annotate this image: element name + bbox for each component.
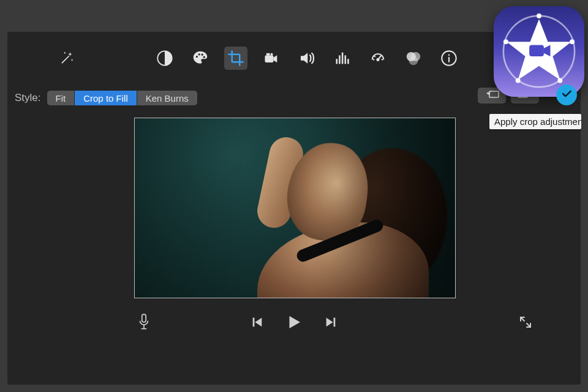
volume-icon [298,49,316,67]
svg-point-4 [203,56,205,58]
svg-point-20 [409,56,418,65]
svg-rect-26 [142,314,146,322]
svg-point-23 [448,54,450,56]
rotate-ccw-icon [483,89,500,102]
style-label: Style: [15,92,41,104]
noise-equalizer-button[interactable] [331,47,354,70]
svg-rect-10 [342,53,344,64]
crop-style-segmented-control: Fit Crop to Fill Ken Burns [47,91,197,105]
crop-icon [227,49,245,67]
stabilization-button[interactable] [260,47,283,70]
info-button[interactable] [437,47,461,70]
svg-point-36 [557,78,562,83]
svg-rect-12 [347,59,349,64]
svg-point-37 [516,78,521,83]
crop-style-crop-to-fill[interactable]: Crop to Fill [75,91,137,105]
checkmark-icon [560,88,573,102]
svg-rect-29 [253,318,255,327]
next-frame-icon [324,315,337,331]
svg-rect-9 [339,55,341,64]
apply-crop-button[interactable] [556,85,577,105]
auto-enhance-wand-icon [59,50,75,66]
expand-icon [518,315,533,332]
previous-frame-icon [251,315,264,331]
star-camera-icon [499,11,579,92]
svg-rect-7 [271,53,273,56]
svg-point-38 [503,39,508,44]
fullscreen-button[interactable] [518,315,533,332]
svg-point-34 [537,13,541,18]
overlap-circles-icon [404,49,423,67]
svg-rect-30 [334,318,336,327]
imovie-app-icon [494,6,584,97]
camera-icon [263,50,280,67]
inspector-panel: Style: Fit Crop to Fill Ken Burns [7,32,581,385]
auto-enhance-button[interactable] [55,47,78,70]
svg-rect-5 [265,55,274,62]
speed-button[interactable] [366,47,390,70]
color-balance-button[interactable] [153,47,176,70]
color-balance-icon [156,50,173,67]
viewer-preview[interactable] [134,118,456,298]
next-frame-button[interactable] [324,315,337,331]
microphone-icon [136,313,152,334]
volume-button[interactable] [295,47,318,70]
transport-bar [7,309,581,338]
crop-style-row: Style: Fit Crop to Fill Ken Burns [15,88,581,108]
color-correction-button[interactable] [189,47,212,70]
play-button[interactable] [285,313,303,334]
preview-vignette [135,118,455,298]
equalizer-icon [334,50,351,67]
color-palette-icon [191,49,209,67]
filters-button[interactable] [402,47,425,70]
svg-line-17 [374,56,375,58]
svg-rect-39 [529,45,544,56]
svg-rect-8 [336,59,338,64]
adjustments-tool-group [153,47,461,70]
record-voiceover-button[interactable] [136,313,152,334]
svg-point-35 [570,39,575,44]
crop-button[interactable] [224,47,247,70]
playback-controls [251,313,337,334]
svg-point-14 [377,59,379,61]
svg-point-3 [202,54,203,56]
apply-crop-tooltip: Apply crop adjustments [489,114,581,129]
svg-rect-6 [266,53,270,56]
svg-rect-11 [345,55,347,64]
svg-point-2 [198,53,200,55]
svg-rect-24 [489,91,499,97]
previous-frame-button[interactable] [251,315,264,331]
speedometer-icon [369,50,386,67]
play-icon [285,313,303,334]
crop-style-fit[interactable]: Fit [47,91,75,105]
crop-style-ken-burns[interactable]: Ken Burns [137,91,197,105]
svg-point-1 [196,56,198,58]
info-icon [440,50,458,67]
